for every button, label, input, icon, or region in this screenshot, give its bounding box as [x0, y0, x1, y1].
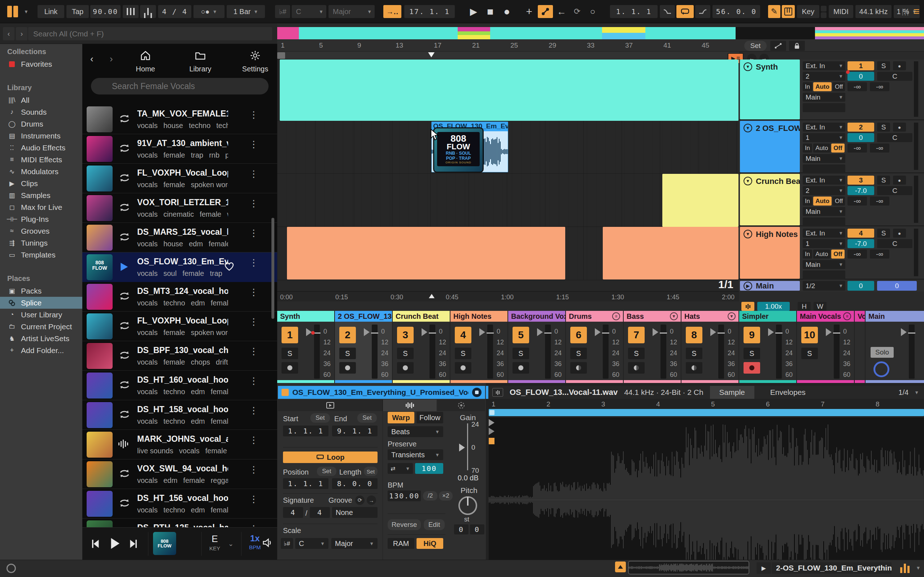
- track-activator[interactable]: 2: [848, 122, 874, 132]
- ableton-logo-icon[interactable]: [13, 6, 18, 17]
- key-scale-selector[interactable]: Major▼: [328, 5, 375, 18]
- length-set-button[interactable]: Set: [364, 467, 378, 476]
- channel-arm-button[interactable]: [512, 362, 529, 374]
- solo-cue-button[interactable]: Solo: [871, 347, 894, 358]
- more-options-icon[interactable]: ⋮: [249, 113, 255, 117]
- preview-overview[interactable]: [628, 561, 749, 574]
- channel-arm-button[interactable]: [339, 362, 356, 374]
- sidebar-item-modulators[interactable]: ∿Modulators: [0, 166, 82, 177]
- sample-zoom-selector[interactable]: 1/4▼: [898, 388, 919, 397]
- loop-icon[interactable]: [118, 172, 131, 185]
- output-selector[interactable]: Main▼: [803, 93, 845, 102]
- sidebar-item-all[interactable]: |||\All: [0, 94, 82, 106]
- audition-waveform-button[interactable]: [741, 302, 754, 311]
- splice-list-scrollbar[interactable]: [271, 218, 274, 319]
- mixer-channel-synth[interactable]: Synth1S012243660: [277, 311, 334, 383]
- main-pan-field[interactable]: 0: [877, 281, 917, 291]
- splice-nav-library[interactable]: Library: [181, 50, 220, 73]
- volume-field[interactable]: 0: [848, 72, 874, 81]
- channel-solo-button[interactable]: S: [339, 348, 356, 359]
- splice-list-item[interactable]: FL_VOXPH_Vocal_Loop_Voicemaivocalsfemale…: [82, 164, 277, 193]
- input-type-selector[interactable]: Ext. In▼: [803, 122, 845, 132]
- channel-activator[interactable]: 10: [801, 327, 818, 343]
- input-channel-selector[interactable]: 2▼: [803, 186, 845, 195]
- sidebar-item-favorites[interactable]: Favorites: [0, 58, 82, 70]
- tab-envelopes[interactable]: [438, 400, 485, 411]
- midi-map-mode-button[interactable]: MIDI: [829, 5, 853, 18]
- splice-list-item[interactable]: DS_HT_156_vocal_hook_female_ravocalstech…: [82, 489, 277, 519]
- more-options-icon[interactable]: ⋮: [249, 349, 255, 354]
- channel-fader[interactable]: [314, 324, 320, 379]
- output-channel-box[interactable]: [803, 271, 845, 279]
- mixer-channel-main-vocals[interactable]: Main Vocals≡10S012243660: [797, 311, 854, 383]
- monitor-option-in[interactable]: In: [803, 250, 812, 259]
- mixer-channel-bass[interactable]: Bass▼7S012243660: [624, 311, 681, 383]
- mixer-channel-hats[interactable]: Hats▼8S012243660: [682, 311, 738, 383]
- mixer-channel-vo[interactable]: Vo: [855, 311, 865, 383]
- monitor-option-auto[interactable]: Auto: [813, 143, 830, 153]
- splice-list-item[interactable]: TA_MK_VOX_FEMALE12_124bpm_vocalshousetec…: [82, 105, 277, 134]
- reverse-button[interactable]: Reverse: [388, 519, 421, 530]
- sidebar-item-midi-effects[interactable]: ≡MIDI Effects: [0, 154, 82, 166]
- loop-icon[interactable]: [118, 202, 131, 214]
- splice-list-item[interactable]: DS_BPF_130_vocal_chop_female_vocalsfemal…: [82, 341, 277, 371]
- channel-arm-button[interactable]: [743, 362, 760, 374]
- monitor-option-auto[interactable]: Auto: [813, 197, 832, 206]
- metronome-count-icon[interactable]: [140, 5, 156, 18]
- input-type-selector[interactable]: Ext. In▼: [803, 61, 845, 70]
- channel-fader[interactable]: [661, 324, 666, 379]
- loop-icon[interactable]: [118, 320, 131, 332]
- loop-size-mode-selector[interactable]: ⇄▼: [388, 463, 413, 474]
- loop-length-field[interactable]: 8. 0. 0: [332, 478, 378, 489]
- monitor-option-off[interactable]: Off: [831, 250, 845, 259]
- metronome-icon[interactable]: [123, 5, 139, 18]
- ram-button[interactable]: RAM: [388, 538, 414, 549]
- input-type-selector[interactable]: Ext. In▼: [803, 229, 845, 238]
- preview-tab-marker[interactable]: [615, 561, 626, 572]
- input-channel-selector[interactable]: 1▼: [803, 239, 845, 248]
- stop-button[interactable]: ■: [483, 5, 498, 18]
- mixer-channel-2-os-flow-130-[interactable]: 2 OS_FLOW_130_2S012243660: [335, 311, 392, 383]
- sidebar-item-grooves[interactable]: ≈Grooves: [0, 225, 82, 237]
- play-main-icon[interactable]: ▶: [743, 282, 752, 290]
- scrub-handle[interactable]: [277, 52, 285, 59]
- arm-button[interactable]: ●: [893, 176, 906, 185]
- solo-button[interactable]: S: [877, 61, 890, 70]
- clip-color-swatch[interactable]: [281, 389, 289, 396]
- solo-button[interactable]: S: [877, 176, 890, 185]
- channel-solo-button[interactable]: S: [686, 348, 703, 359]
- seg-bpm-field[interactable]: 130.00: [388, 490, 421, 501]
- scale-flat-button[interactable]: ♭#: [281, 538, 293, 549]
- channel-arm-button[interactable]: [628, 362, 645, 374]
- track-lane-main[interactable]: [277, 280, 738, 292]
- clip-start-field[interactable]: 1. 1. 1: [283, 425, 328, 436]
- cue-volume-knob[interactable]: [874, 361, 889, 377]
- channel-activator[interactable]: 6: [570, 327, 587, 343]
- loop-icon[interactable]: [118, 379, 131, 392]
- monitor-selector[interactable]: InAutoOff: [803, 250, 845, 259]
- automation-arm-button[interactable]: [538, 5, 553, 18]
- automation-mode-button[interactable]: [770, 41, 786, 51]
- input-type-selector[interactable]: Ext. In▼: [803, 176, 845, 185]
- tab-sample[interactable]: [383, 400, 437, 411]
- fold-icon[interactable]: ▼: [728, 312, 736, 320]
- key-flat-sharp-button[interactable]: ♭#: [275, 5, 290, 18]
- logo-dropdown-icon[interactable]: ▼: [24, 5, 29, 18]
- channel-arm-button[interactable]: [686, 362, 703, 374]
- send-a-field[interactable]: -∞: [848, 143, 867, 153]
- splice-search-input[interactable]: [91, 78, 268, 95]
- 2[interactable]: [287, 227, 565, 279]
- channel-fader[interactable]: [834, 324, 840, 379]
- channel-arm-button[interactable]: [397, 362, 414, 374]
- fold-track-icon[interactable]: ▼: [743, 62, 752, 71]
- send-a-field[interactable]: -∞: [848, 82, 867, 91]
- more-options-icon[interactable]: ⋮: [249, 290, 255, 295]
- track-header-high-notes[interactable]: ▼High NotesExt. In▼1▼InAutoOffMain▼4S●-7…: [739, 227, 924, 279]
- splice-list-item[interactable]: DS_HT_158_vocal_hook_female_cvocalstechn…: [82, 400, 277, 430]
- more-options-icon[interactable]: ⋮: [249, 319, 255, 324]
- position-set-button[interactable]: Set: [317, 467, 336, 476]
- sidebar-item-templates[interactable]: ▭Templates: [0, 249, 82, 261]
- sidebar-item-splice[interactable]: Splice: [0, 297, 82, 309]
- mixer-channel-high-notes[interactable]: High Notes4S012243660: [451, 311, 507, 383]
- preview-play-button[interactable]: ▶: [756, 562, 771, 574]
